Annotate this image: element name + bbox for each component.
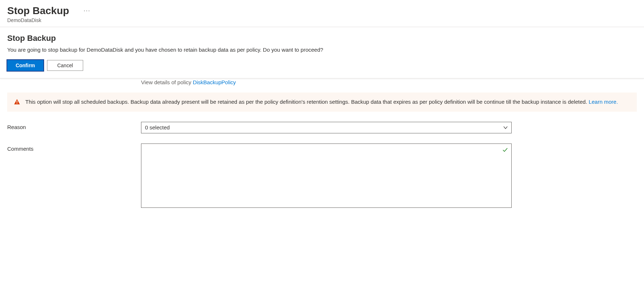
policy-prefix: View details of policy <box>141 79 193 85</box>
cancel-button[interactable]: Cancel <box>47 60 83 71</box>
comments-row: Comments <box>7 144 637 209</box>
comments-control <box>141 144 512 209</box>
warning-message: This option will stop all scheduled back… <box>25 99 589 105</box>
more-options-icon[interactable]: ··· <box>84 8 90 14</box>
header-section: Stop Backup ··· DemoDataDisk <box>0 0 644 27</box>
confirm-heading: Stop Backup <box>7 34 637 43</box>
header-title-row: Stop Backup ··· <box>7 5 637 17</box>
page-subtitle: DemoDataDisk <box>7 17 637 23</box>
reason-label: Reason <box>7 122 141 130</box>
content-section: View details of policy DiskBackupPolicy … <box>0 78 644 209</box>
reason-control: 0 selected <box>141 122 512 133</box>
reason-select[interactable]: 0 selected <box>141 122 512 133</box>
comments-textarea[interactable] <box>141 144 512 208</box>
learn-more-link[interactable]: Learn more. <box>589 99 618 105</box>
reason-row: Reason 0 selected <box>7 122 637 133</box>
warning-text: This option will stop all scheduled back… <box>25 98 618 106</box>
policy-details-line: View details of policy DiskBackupPolicy <box>7 78 637 93</box>
warning-info-box: This option will stop all scheduled back… <box>7 93 637 112</box>
svg-rect-0 <box>17 101 17 103</box>
confirm-message: You are going to stop backup for DemoDat… <box>7 47 637 53</box>
reason-selected-value: 0 selected <box>145 124 170 130</box>
policy-link[interactable]: DiskBackupPolicy <box>193 79 236 85</box>
confirm-panel: Stop Backup You are going to stop backup… <box>0 27 644 78</box>
comments-label: Comments <box>7 144 141 152</box>
confirm-button[interactable]: Confirm <box>7 60 43 71</box>
button-row: Confirm Cancel <box>7 60 637 71</box>
svg-rect-1 <box>17 103 17 104</box>
page-title: Stop Backup <box>7 5 69 17</box>
warning-icon <box>14 99 20 105</box>
